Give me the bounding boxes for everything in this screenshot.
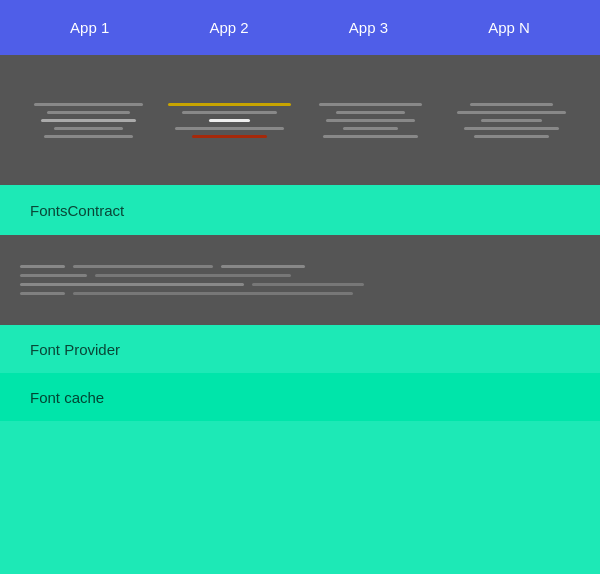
bar	[20, 283, 244, 286]
bar	[73, 292, 353, 295]
app-tab-1[interactable]: App 1	[60, 19, 119, 36]
bar	[54, 127, 123, 130]
bar	[323, 135, 419, 138]
bar	[182, 111, 278, 114]
app-col-2	[161, 103, 298, 138]
font-provider-section: Font Provider	[0, 325, 600, 373]
font-cache-label: Font cache	[30, 389, 104, 406]
bar	[343, 127, 398, 130]
row	[20, 283, 580, 286]
bar	[481, 119, 543, 122]
bar	[464, 127, 560, 130]
row	[20, 292, 580, 295]
bar	[44, 135, 133, 138]
bar	[457, 111, 567, 114]
main-container: App 1 App 2 App 3 App N	[0, 0, 600, 574]
app-tab-3[interactable]: App 3	[339, 19, 398, 36]
bar	[20, 265, 65, 268]
app-tab-2[interactable]: App 2	[199, 19, 258, 36]
app-bar: App 1 App 2 App 3 App N	[0, 0, 600, 55]
app-tab-n[interactable]: App N	[478, 19, 540, 36]
bar	[221, 265, 305, 268]
row	[20, 265, 580, 268]
bar	[20, 274, 87, 277]
bar	[175, 127, 285, 130]
app-col-3	[302, 103, 439, 138]
bar	[470, 103, 552, 106]
app-col-1	[20, 103, 157, 138]
bar	[20, 292, 65, 295]
bar	[326, 119, 415, 122]
bar	[41, 119, 137, 122]
dark-section-2	[0, 235, 600, 325]
bar	[474, 135, 549, 138]
bar	[336, 111, 405, 114]
app-columns	[20, 103, 580, 138]
bar	[319, 103, 422, 106]
fonts-contract-section: FontsContract	[0, 185, 600, 235]
bar-red	[192, 135, 267, 138]
bar	[73, 265, 213, 268]
bottom-teal-section	[0, 421, 600, 574]
fonts-contract-label: FontsContract	[30, 202, 124, 219]
bar-white	[209, 119, 250, 122]
bar	[252, 283, 364, 286]
app-col-4	[443, 103, 580, 138]
bar-yellow	[168, 103, 291, 106]
bar	[47, 111, 129, 114]
row	[20, 274, 580, 277]
bar	[34, 103, 144, 106]
font-cache-section: Font cache	[0, 373, 600, 421]
dark-section-1	[0, 55, 600, 185]
font-provider-label: Font Provider	[30, 341, 120, 358]
bar	[95, 274, 291, 277]
